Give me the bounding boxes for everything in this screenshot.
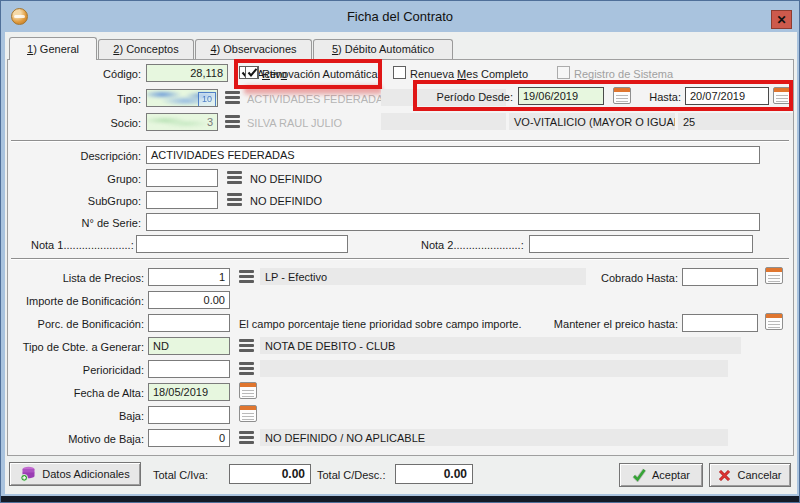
hasta-label: Hasta: [641,91,681,103]
tab-observaciones[interactable]: 4) Observaciones [195,39,312,59]
redaction-scribble [147,114,207,130]
contract-dialog: Ficha del Contrato ✕ 1) General 2) Conce… [0,0,800,503]
aceptar-button[interactable]: Aceptar [619,463,703,487]
registro-sistema-checkbox [557,66,570,79]
porc-hint-text: El campo porcentaje tiene prioridad sobr… [239,318,521,330]
lista-precios-field[interactable]: 1 [148,268,230,286]
total-desc-label: Total C/Desc.: [317,469,385,481]
subgrupo-label: SubGrupo: [6,195,141,207]
socio-lookup-button[interactable] [225,115,240,128]
serie-label: N° de Serie: [6,217,141,229]
periodo-desde-label: Período Desde: [421,91,513,103]
lista-precios-label: Lista de Precios: [6,272,144,284]
perioricidad-lookup-button[interactable] [239,362,254,375]
motivo-baja-field[interactable]: 0 [148,429,230,447]
mantener-precio-field[interactable] [682,314,758,332]
tipo-cbte-description: NOTA DE DEBITO - CLUB [260,337,741,354]
subgrupo-description: NO DEFINIDO [250,195,322,207]
tipo-cbte-lookup-button[interactable] [239,339,254,352]
check-icon [246,66,259,79]
nota1-field[interactable] [136,235,348,253]
porc-bonificacion-label: Porc. de Bonificación: [6,318,144,330]
codigo-label: Código: [6,68,141,80]
grupo-lookup-button[interactable] [227,171,242,184]
total-iva-field: 0.00 [229,464,311,484]
fecha-alta-field[interactable]: 18/05/2019 [148,383,230,401]
tipo-lookup-button[interactable] [225,91,240,104]
cancelar-label: Cancelar [737,469,781,481]
hasta-field[interactable]: 20/07/2019 [685,87,769,105]
divider [11,258,789,260]
renueva-u: M [457,68,466,80]
motivo-baja-description: NO DEFINIDO / NO APLICABLE [260,429,728,446]
tab-observaciones-label: ) Observaciones [217,43,297,55]
title-bar[interactable]: Ficha del Contrato ✕ [1,1,799,32]
periodo-desde-calendar-icon[interactable] [613,87,631,104]
mantener-precio-label: Mantener el preico hasta: [521,318,678,330]
cancelar-button[interactable]: Cancelar [709,463,791,487]
total-desc-field: 0.00 [395,464,473,484]
tab-conceptos[interactable]: 2) Conceptos [98,39,194,59]
tab-debito-label: ) Débito Automático [338,43,434,55]
nota1-label: Nota 1......................: [31,239,134,251]
renovacion-checkbox-label: Renovación Automática [262,68,378,80]
dialog-title: Ficha del Contrato [1,9,799,24]
nota2-field[interactable] [529,235,753,253]
tipo-cbte-field[interactable]: ND [148,337,230,355]
nota2-label: Nota 2......................: [421,239,524,251]
renueva-pre: Renueva [410,68,457,80]
grupo-field[interactable] [146,169,218,187]
datos-adicionales-button[interactable]: Datos Adicionales [9,462,141,486]
tipo-label: Tipo: [6,93,141,105]
motivo-baja-lookup-button[interactable] [239,431,254,444]
cobrado-hasta-label: Cobrado Hasta: [561,272,678,284]
fecha-alta-calendar-icon[interactable] [239,382,257,399]
database-add-icon [20,466,36,482]
renueva-mes-checkbox[interactable] [393,66,406,79]
descripcion-field[interactable]: ACTIVIDADES FEDERADAS [146,146,760,164]
accept-check-icon [632,468,646,482]
porc-bonificacion-field[interactable] [148,314,230,332]
datos-adicionales-label: Datos Adicionales [42,468,129,480]
tab-general[interactable]: 1) General [9,37,97,60]
background-window-edge [1,496,799,502]
tab-conceptos-label: ) Conceptos [119,43,178,55]
close-button[interactable]: ✕ [771,10,792,29]
perioricidad-label: Perioricidad: [6,364,144,376]
tipo-field[interactable]: 10 [146,89,218,107]
cobrado-hasta-calendar-icon[interactable] [765,267,783,284]
cancel-x-icon [718,469,731,482]
perioricidad-field[interactable] [148,360,230,378]
categoria-panel: VO-VITALICIO (MAYOR O IGUAL [509,113,675,130]
mantener-precio-calendar-icon[interactable] [765,313,783,330]
lista-precios-lookup-button[interactable] [239,270,254,283]
codigo-field[interactable]: 28,118 [146,64,228,82]
baja-field[interactable] [148,406,230,424]
tab-debito-automatico[interactable]: 5) Débito Automático [313,39,453,59]
renovacion-u: R [262,68,270,80]
importe-bonificacion-field[interactable]: 0.00 [148,291,230,309]
perioricidad-readonly-panel [260,360,728,377]
renovacion-automatica-checkbox[interactable] [245,66,258,79]
divider [11,140,789,142]
tab-general-label: ) General [33,43,79,55]
subgrupo-lookup-button[interactable] [227,193,242,206]
baja-calendar-icon[interactable] [239,405,257,422]
tipo-cbte-label: Tipo de Cbte. a Generar: [6,341,144,353]
categoria-value-panel: 25 [678,113,793,130]
cobrado-hasta-field[interactable] [682,268,758,286]
motivo-baja-label: Motivo de Baja: [6,433,144,445]
renovacion-post: enovación Automática [270,68,378,80]
hasta-calendar-icon[interactable] [773,87,791,104]
socio-label: Socio: [6,117,141,129]
periodo-desde-field[interactable]: 19/06/2019 [518,87,604,105]
socio-readonly-panel [381,113,506,130]
total-iva-label: Total C/Iva: [153,469,208,481]
socio-name: SILVA RAUL JULIO [247,117,342,129]
tipo-code: 10 [198,92,216,107]
renueva-checkbox-label: Renueva Mes Completo [410,68,528,80]
serie-field[interactable] [146,213,760,231]
subgrupo-field[interactable] [146,191,218,209]
tipo-description: ACTIVIDADES FEDERADAS [247,93,391,105]
lista-precios-description: LP - Efectivo [260,268,586,285]
